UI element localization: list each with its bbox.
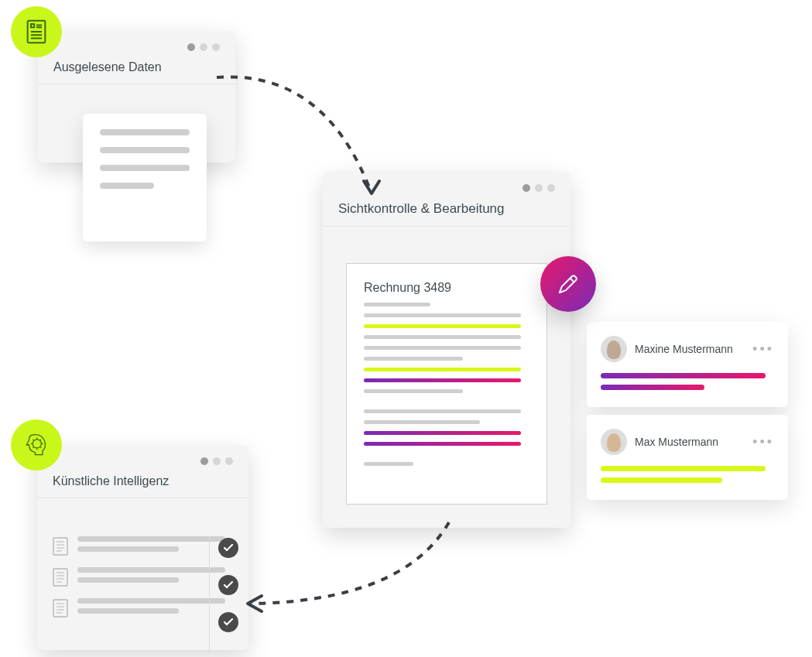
comment-card-2: Max Mustermann ••• [587,415,788,500]
check-icon [218,612,238,632]
review-card: Sichtkontrolle & Bearbeitung Rechnung 34… [323,172,570,528]
avatar [601,429,627,455]
window-dots [200,457,233,465]
edit-button[interactable] [540,256,596,312]
svg-rect-19 [53,600,67,617]
document-title: Rechnung 3489 [364,281,529,295]
comment-card-1: Maxine Mustermann ••• [587,322,788,407]
card-title: Sichtkontrolle & Bearbeitung [338,201,555,217]
page-icon [53,568,68,587]
window-dots [522,184,555,192]
page-icon [53,537,68,556]
check-icon [218,575,238,595]
more-icon[interactable]: ••• [752,434,774,450]
document-icon [23,19,50,45]
more-icon[interactable]: ••• [752,341,774,358]
ai-head-icon [22,430,51,460]
window-dots [187,43,220,51]
svg-point-8 [33,440,41,448]
check-icon [218,538,238,558]
data-sheet [83,114,207,241]
ai-list-row [53,598,233,618]
document-preview: Rechnung 3489 [346,263,547,505]
page-icon [53,599,68,618]
svg-rect-1 [31,24,34,27]
card-title: Künstliche Intelligenz [53,474,233,488]
svg-line-7 [570,279,574,282]
svg-rect-14 [53,569,67,586]
document-badge [11,6,62,57]
comment-author: Maxine Mustermann [635,343,733,355]
ai-badge [11,419,62,471]
avatar [601,336,627,362]
comment-author: Max Mustermann [635,436,718,448]
svg-rect-9 [53,538,67,555]
ai-list-row [53,567,233,587]
card-title: Ausgelesene Daten [53,60,220,74]
ai-list-row [53,536,233,556]
pencil-icon [557,272,580,296]
ai-card: Künstliche Intelligenz [37,445,248,650]
